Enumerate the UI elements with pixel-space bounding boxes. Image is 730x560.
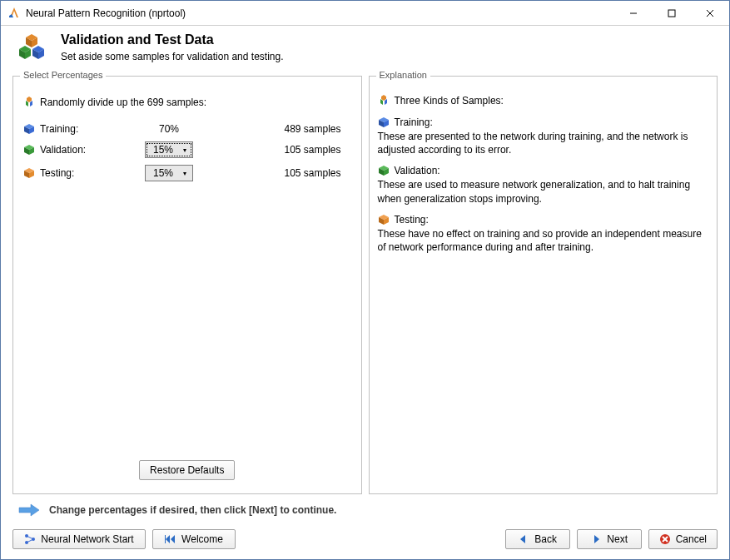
page-subtitle: Set aside some samples for validation an… — [61, 51, 283, 62]
back-icon — [518, 533, 529, 545]
exp-validation-text: These are used to measure network genera… — [378, 178, 709, 205]
welcome-button[interactable]: Welcome — [152, 529, 236, 549]
next-icon — [590, 533, 602, 545]
svg-marker-15 — [30, 101, 32, 107]
training-label: Training: — [40, 123, 123, 135]
green-cube-icon — [378, 165, 390, 176]
exp-training-label: Training: — [395, 116, 433, 128]
svg-marker-25 — [381, 95, 386, 101]
testing-label: Testing: — [40, 167, 123, 179]
nn-start-label: Neural Network Start — [41, 533, 133, 545]
orange-cube-icon — [378, 214, 390, 225]
panel-title-right: Explanation — [376, 71, 431, 80]
panel-title-left: Select Percentages — [20, 71, 106, 80]
validation-samples: 105 samples — [215, 144, 351, 156]
maximize-button[interactable] — [653, 1, 691, 26]
back-button[interactable]: Back — [505, 529, 570, 549]
svg-rect-1 — [668, 10, 675, 17]
cubes-small-icon — [23, 97, 35, 108]
hint-text: Change percentages if desired, then clic… — [49, 504, 336, 516]
page-title: Validation and Test Data — [61, 32, 283, 47]
explanation-heading: Three Kinds of Samples: — [395, 95, 504, 107]
neural-network-start-button[interactable]: Neural Network Start — [12, 529, 146, 549]
validation-select[interactable]: 15% ▾ — [145, 141, 193, 158]
hint-row: Change percentages if desired, then clic… — [1, 498, 729, 524]
page-header: Validation and Test Data Set aside some … — [1, 26, 729, 71]
welcome-label: Welcome — [181, 533, 223, 545]
footer-buttons: Neural Network Start Welcome Back Next C… — [1, 524, 729, 559]
testing-row: Testing: 15% ▾ 105 samples — [22, 161, 353, 185]
testing-select[interactable]: 15% ▾ — [145, 165, 193, 181]
training-value: 70% — [123, 123, 215, 135]
chevron-down-icon: ▾ — [179, 142, 191, 157]
minimize-button[interactable] — [614, 1, 653, 26]
cancel-button[interactable]: Cancel — [648, 529, 718, 549]
divide-row: Randomly divide up the 699 samples: — [22, 93, 353, 112]
cubes-small-icon — [378, 95, 390, 107]
matlab-icon — [7, 7, 21, 20]
cubes-icon — [17, 32, 52, 67]
validation-select-value: 15% — [153, 144, 173, 156]
exp-testing-label: Testing: — [395, 214, 429, 225]
cancel-icon — [659, 533, 671, 545]
back-label: Back — [534, 533, 557, 545]
explanation-panel: Explanation Three Kinds of Samples: Trai… — [369, 76, 718, 494]
divide-text: Randomly divide up the 699 samples: — [40, 97, 206, 108]
window-controls — [614, 1, 729, 26]
blue-cube-icon — [23, 123, 35, 135]
svg-marker-13 — [27, 97, 32, 102]
orange-cube-icon — [23, 167, 35, 179]
testing-select-value: 15% — [153, 167, 173, 179]
select-percentages-panel: Select Percentages Randomly divide up th… — [12, 76, 362, 494]
exp-testing-text: These have no effect on training and so … — [378, 227, 709, 254]
svg-marker-27 — [385, 99, 387, 105]
svg-marker-14 — [26, 101, 28, 107]
validation-row: Validation: 15% ▾ 105 samples — [22, 138, 353, 161]
training-samples: 489 samples — [215, 123, 351, 135]
cancel-label: Cancel — [676, 533, 707, 545]
next-button[interactable]: Next — [577, 529, 642, 549]
titlebar: Neural Pattern Recognition (nprtool) — [1, 1, 729, 26]
window-title: Neural Pattern Recognition (nprtool) — [26, 7, 614, 19]
restore-defaults-label: Restore Defaults — [150, 464, 224, 476]
arrow-right-icon — [17, 503, 41, 518]
app-window: Neural Pattern Recognition (nprtool) Val… — [0, 0, 730, 560]
validation-label: Validation: — [40, 144, 123, 156]
network-icon — [24, 533, 36, 545]
exp-validation-label: Validation: — [395, 165, 440, 176]
blue-cube-icon — [378, 116, 390, 128]
svg-line-40 — [27, 536, 33, 539]
svg-marker-26 — [380, 99, 383, 105]
rewind-icon — [165, 533, 176, 545]
exp-training-text: These are presented to the network durin… — [378, 130, 709, 156]
close-button[interactable] — [691, 1, 729, 26]
training-row: Training: 70% 489 samples — [22, 120, 353, 138]
next-label: Next — [607, 533, 628, 545]
testing-samples: 105 samples — [215, 167, 351, 179]
explanation-heading-row: Three Kinds of Samples: — [378, 95, 709, 107]
svg-line-41 — [27, 539, 33, 543]
svg-rect-42 — [165, 535, 166, 543]
chevron-down-icon: ▾ — [179, 166, 191, 181]
restore-defaults-button[interactable]: Restore Defaults — [139, 460, 235, 480]
green-cube-icon — [23, 144, 35, 156]
content-area: Select Percentages Randomly divide up th… — [1, 71, 729, 498]
